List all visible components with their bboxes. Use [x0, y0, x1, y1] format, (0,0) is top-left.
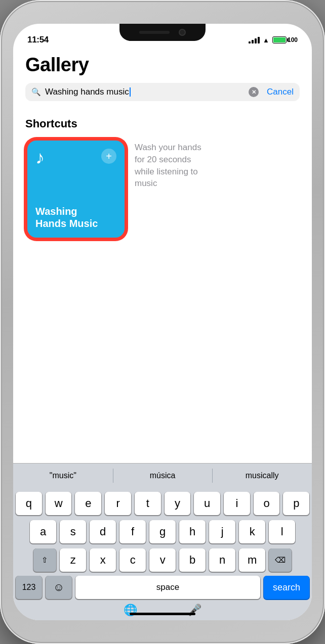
signal-bars [249, 37, 260, 43]
key-n[interactable]: n [209, 548, 235, 572]
bottom-home: 🌐 🎤 [13, 603, 312, 620]
key-y[interactable]: y [165, 492, 191, 515]
keyboard-rows: q w e r t y u i o p a s d f g [13, 488, 312, 574]
autocomplete-item-1[interactable]: música [113, 464, 213, 488]
shortcut-card[interactable]: ♪ + WashingHands Music [25, 139, 127, 240]
notch-camera [179, 29, 186, 36]
status-icons: ▲ 100 [249, 36, 298, 44]
signal-bar-1 [249, 41, 251, 43]
shortcut-result: ♪ + WashingHands Music Wash your hands f… [25, 139, 300, 240]
key-a[interactable]: a [30, 520, 56, 543]
description-line1: Wash your hands [135, 143, 201, 152]
key-x[interactable]: x [90, 548, 116, 572]
space-key[interactable]: space [75, 576, 260, 599]
key-g[interactable]: g [149, 520, 176, 543]
cancel-button[interactable]: Cancel [263, 87, 294, 97]
app-content: Gallery 🔍 Washing hands music ✕ Cancel S… [13, 49, 312, 463]
emoji-icon: ☺ [53, 581, 64, 594]
status-time: 11:54 [27, 35, 49, 45]
key-e[interactable]: e [75, 492, 101, 515]
key-u[interactable]: u [194, 492, 220, 515]
notch-speaker [139, 31, 170, 34]
add-button[interactable]: + [101, 149, 116, 164]
wifi-icon: ▲ [263, 36, 269, 44]
autocomplete-item-0[interactable]: "music" [13, 464, 113, 488]
keyboard-area: "music" música musically q w e r t y [13, 463, 312, 620]
notch [119, 24, 206, 41]
search-bar[interactable]: 🔍 Washing hands music ✕ Cancel [25, 83, 300, 101]
bottom-row: 123 ☺ space search [13, 574, 312, 603]
key-p[interactable]: p [283, 492, 309, 515]
battery-label: 100 [288, 36, 298, 43]
key-k[interactable]: k [239, 520, 265, 543]
add-icon: + [106, 151, 112, 162]
key-r[interactable]: r [105, 492, 131, 515]
music-note-icon: ♪ [35, 149, 45, 167]
home-indicator [130, 613, 195, 615]
key-t[interactable]: t [135, 492, 161, 515]
shift-key[interactable]: ⇧ [33, 548, 56, 572]
shortcuts-section: Shortcuts ♪ + WashingHands Music [13, 107, 312, 240]
key-s[interactable]: s [60, 520, 86, 543]
key-o[interactable]: o [254, 492, 280, 515]
signal-bar-3 [255, 38, 257, 43]
battery-container: 100 [272, 36, 298, 43]
key-row-3: ⇧ z x c v b n m ⌫ [16, 548, 309, 572]
description-line4: music [135, 178, 157, 188]
search-clear-button[interactable]: ✕ [249, 87, 259, 97]
signal-bar-2 [252, 40, 254, 43]
search-input[interactable]: Washing hands music [45, 87, 245, 97]
autocomplete-item-2[interactable]: musically [212, 464, 312, 488]
autocomplete-bar: "music" música musically [13, 464, 312, 488]
autocomplete-label-0: "music" [50, 471, 76, 480]
shortcuts-label: Shortcuts [25, 117, 300, 130]
autocomplete-label-1: música [150, 471, 176, 480]
shortcut-description: Wash your hands for 20 seconds while lis… [135, 139, 300, 190]
numbers-key[interactable]: 123 [16, 576, 42, 599]
gallery-title: Gallery [25, 54, 300, 76]
key-v[interactable]: v [149, 548, 176, 572]
space-label: space [156, 582, 179, 592]
gallery-header: Gallery 🔍 Washing hands music ✕ Cancel [13, 49, 312, 107]
key-b[interactable]: b [179, 548, 206, 572]
key-h[interactable]: h [179, 520, 206, 543]
key-i[interactable]: i [224, 492, 250, 515]
battery-box [272, 36, 287, 43]
search-label: search [273, 582, 300, 593]
search-key[interactable]: search [264, 576, 309, 599]
description-line2: for 20 seconds [135, 155, 191, 164]
card-top-row: ♪ + [35, 149, 116, 167]
key-w[interactable]: w [46, 492, 72, 515]
key-l[interactable]: l [269, 520, 295, 543]
phone-frame: 11:54 ▲ 100 Gallery [0, 0, 325, 644]
card-title-text: WashingHands Music [35, 206, 98, 229]
delete-key[interactable]: ⌫ [269, 548, 292, 572]
key-m[interactable]: m [239, 548, 265, 572]
key-c[interactable]: c [119, 548, 146, 572]
key-z[interactable]: z [60, 548, 86, 572]
battery-fill [273, 37, 286, 42]
search-icon: 🔍 [31, 87, 41, 97]
key-row-2: a s d f g h j k l [16, 520, 309, 543]
signal-bar-4 [258, 37, 260, 43]
screen: 11:54 ▲ 100 Gallery [13, 24, 312, 620]
key-d[interactable]: d [90, 520, 116, 543]
autocomplete-label-2: musically [246, 471, 279, 480]
numbers-label: 123 [22, 583, 36, 592]
emoji-key[interactable]: ☺ [46, 576, 72, 599]
search-value: Washing hands music [45, 87, 129, 97]
key-f[interactable]: f [119, 520, 146, 543]
key-q[interactable]: q [16, 492, 42, 515]
card-title: WashingHands Music [35, 205, 116, 229]
search-cursor [130, 87, 131, 97]
description-line3: while listening to [135, 167, 198, 176]
key-row-1: q w e r t y u i o p [16, 492, 309, 515]
key-j[interactable]: j [209, 520, 235, 543]
